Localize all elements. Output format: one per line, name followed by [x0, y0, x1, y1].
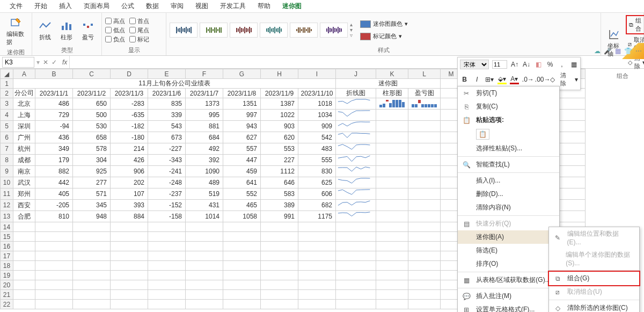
sparkline-winloss[interactable]: [408, 177, 441, 188]
cell[interactable]: 1112: [261, 166, 298, 177]
ctx-format-cells[interactable]: ⊞设置单元格格式(F)...: [458, 303, 559, 312]
row-2[interactable]: 2: [1, 89, 13, 98]
cell[interactable]: [35, 232, 73, 242]
cell[interactable]: 583: [261, 188, 298, 200]
increase-decimal-icon[interactable]: .00→: [535, 76, 545, 83]
row-8[interactable]: 8: [1, 155, 13, 166]
cell[interactable]: [336, 290, 376, 300]
cell[interactable]: [559, 200, 586, 211]
cell[interactable]: [408, 300, 441, 309]
cell[interactable]: [376, 242, 408, 251]
cell[interactable]: [186, 261, 223, 271]
check-3[interactable]: 尾点: [129, 26, 149, 34]
cell[interactable]: -182: [111, 121, 148, 132]
cell[interactable]: 405: [35, 188, 73, 200]
sparkline-column[interactable]: [376, 155, 408, 166]
font-select[interactable]: 宋体: [460, 60, 489, 69]
cell[interactable]: [13, 271, 35, 280]
type-winloss-button[interactable]: 盈亏: [78, 18, 98, 42]
cell[interactable]: [73, 280, 111, 290]
cell[interactable]: 431: [186, 200, 223, 211]
cell[interactable]: -227: [148, 143, 186, 155]
col-K[interactable]: K: [376, 69, 408, 79]
cell[interactable]: -237: [148, 188, 186, 200]
cell[interactable]: 2023/11/10: [298, 89, 336, 98]
name-box[interactable]: [2, 57, 34, 68]
cell[interactable]: 2023/11/2: [73, 89, 111, 98]
cell[interactable]: [35, 280, 73, 290]
shirt-icon[interactable]: 👕: [624, 47, 632, 55]
cell[interactable]: [223, 261, 261, 271]
cell[interactable]: [376, 300, 408, 309]
menu-5[interactable]: 数据: [141, 0, 164, 12]
cell[interactable]: 2023/11/6: [148, 89, 186, 98]
cell[interactable]: -94: [35, 121, 73, 132]
cell[interactable]: -283: [111, 98, 148, 110]
row-4[interactable]: 4: [1, 110, 13, 121]
cell[interactable]: [13, 222, 35, 232]
col-C[interactable]: C: [73, 69, 111, 79]
col-J[interactable]: J: [336, 69, 376, 79]
cell[interactable]: 214: [111, 143, 148, 155]
cell[interactable]: [261, 251, 298, 261]
cell[interactable]: 1034: [298, 110, 336, 121]
cell[interactable]: 杭州: [13, 143, 35, 155]
cell[interactable]: [408, 271, 441, 280]
row-11[interactable]: 11: [1, 188, 13, 200]
cell[interactable]: [408, 242, 441, 251]
cell[interactable]: 1018: [298, 98, 336, 110]
cell[interactable]: 1014: [186, 211, 223, 222]
font-size-input[interactable]: [492, 60, 507, 69]
sparkline-column[interactable]: [376, 132, 408, 143]
cell[interactable]: 345: [73, 200, 111, 211]
cancel-icon[interactable]: ✕: [43, 59, 48, 66]
cell[interactable]: 436: [35, 132, 73, 143]
cell[interactable]: [336, 271, 376, 280]
sparkline-line[interactable]: [336, 155, 376, 166]
confirm-icon[interactable]: ✓: [52, 59, 57, 66]
sparkline-line[interactable]: [336, 121, 376, 132]
cell[interactable]: [298, 242, 336, 251]
cell[interactable]: 909: [298, 121, 336, 132]
cell[interactable]: 881: [186, 121, 223, 132]
sparkline-winloss[interactable]: [408, 155, 441, 166]
cell[interactable]: [298, 290, 336, 300]
style-preset-3[interactable]: [260, 23, 288, 38]
cell[interactable]: 107: [111, 188, 148, 200]
cell[interactable]: [111, 251, 148, 261]
cell[interactable]: 553: [261, 143, 298, 155]
cell[interactable]: 1373: [186, 98, 223, 110]
cell[interactable]: [111, 271, 148, 280]
cell[interactable]: [35, 242, 73, 251]
cell[interactable]: 1090: [186, 166, 223, 177]
cell[interactable]: [148, 271, 186, 280]
ctx-insert-comment[interactable]: 💬插入批注(M): [458, 289, 559, 303]
cell[interactable]: 543: [148, 121, 186, 132]
row-22[interactable]: 22: [1, 300, 13, 309]
type-column-button[interactable]: 柱形: [57, 18, 76, 42]
cell[interactable]: [408, 290, 441, 300]
cell[interactable]: 991: [261, 211, 298, 222]
sparkline-winloss[interactable]: [408, 200, 441, 211]
menu-6[interactable]: 审阅: [165, 0, 189, 12]
check-2[interactable]: 低点: [105, 26, 125, 34]
sparkline-column[interactable]: [376, 188, 408, 200]
cell[interactable]: 606: [298, 188, 336, 200]
cell[interactable]: 459: [223, 166, 261, 177]
col-G[interactable]: G: [223, 69, 261, 79]
select-all[interactable]: ◢: [1, 69, 13, 79]
row-16[interactable]: 16: [1, 242, 13, 251]
cell[interactable]: -343: [148, 155, 186, 166]
cell[interactable]: 884: [111, 211, 148, 222]
cell[interactable]: 389: [261, 200, 298, 211]
cell[interactable]: [13, 242, 35, 251]
cell[interactable]: 2023/11/9: [261, 89, 298, 98]
cell[interactable]: [408, 280, 441, 290]
cell[interactable]: [73, 251, 111, 261]
ctx-paste-special[interactable]: 选择性粘贴(S)...: [458, 142, 559, 155]
cell[interactable]: -205: [35, 200, 73, 211]
styles-gallery[interactable]: ▴▾▿: [170, 22, 353, 38]
cell[interactable]: [223, 300, 261, 309]
cell[interactable]: 552: [223, 188, 261, 200]
cell[interactable]: 882: [35, 166, 73, 177]
